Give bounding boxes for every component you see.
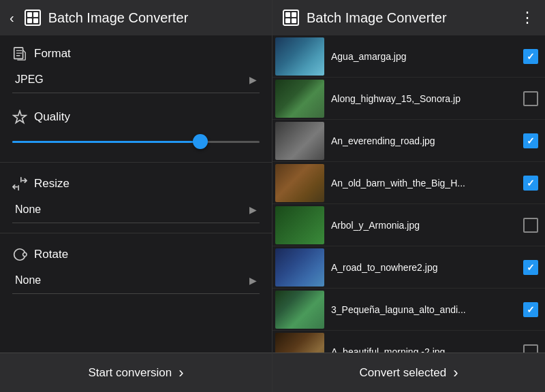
file-checkbox[interactable] bbox=[523, 49, 538, 64]
slider-fill bbox=[12, 141, 198, 143]
list-item[interactable]: Agua_amarga.jpg bbox=[272, 35, 545, 78]
file-thumbnail bbox=[275, 80, 324, 118]
list-item[interactable]: A_road_to_nowhere2.jpg bbox=[272, 246, 545, 289]
file-list: Agua_amarga.jpgAlong_highway_15,_Sonora.… bbox=[272, 35, 545, 353]
file-checkbox[interactable] bbox=[523, 91, 538, 106]
convert-selected-arrow: › bbox=[453, 364, 458, 382]
divider-2 bbox=[0, 233, 272, 233]
resize-icon bbox=[12, 176, 27, 191]
format-dropdown[interactable]: JPEG ▶ bbox=[12, 69, 260, 93]
slider-track bbox=[12, 141, 260, 143]
rotate-label: Rotate bbox=[12, 247, 260, 262]
file-thumbnail bbox=[275, 122, 324, 160]
quality-label: Quality bbox=[12, 110, 260, 125]
resize-dropdown[interactable]: None ▶ bbox=[12, 199, 260, 223]
left-content: Format JPEG ▶ Quality bbox=[0, 35, 272, 353]
file-checkbox[interactable] bbox=[523, 260, 538, 275]
convert-selected-button[interactable]: Convert selected › bbox=[272, 353, 545, 392]
quality-section-label: Quality bbox=[34, 110, 70, 124]
resize-section-label: Resize bbox=[34, 177, 69, 191]
list-item[interactable]: An_everending_road.jpg bbox=[272, 120, 545, 162]
quality-slider[interactable] bbox=[12, 135, 260, 152]
rotate-dropdown-arrow: ▶ bbox=[249, 275, 257, 286]
format-icon bbox=[12, 46, 27, 61]
slider-thumb[interactable] bbox=[193, 134, 208, 149]
right-app-icon bbox=[282, 9, 300, 27]
file-name: 3_Pequeña_laguna_alto_andi... bbox=[331, 304, 516, 315]
file-name: Agua_amarga.jpg bbox=[331, 51, 516, 62]
rotate-section-label: Rotate bbox=[34, 248, 68, 261]
app-icon bbox=[24, 9, 42, 27]
right-header: Batch Image Converter ⋮ bbox=[272, 0, 545, 35]
svg-point-6 bbox=[23, 252, 27, 257]
list-item[interactable]: An_old_barn_with_the_Big_H... bbox=[272, 162, 545, 204]
file-thumbnail bbox=[275, 164, 324, 202]
divider-1 bbox=[0, 162, 272, 163]
convert-selected-label: Convert selected bbox=[360, 366, 447, 380]
left-header: ‹ Batch Image Converter bbox=[0, 0, 272, 35]
file-checkbox[interactable] bbox=[523, 218, 538, 233]
left-header-title: Batch Image Converter bbox=[48, 10, 189, 26]
file-checkbox[interactable] bbox=[523, 344, 538, 353]
resize-section: Resize None ▶ bbox=[0, 165, 272, 230]
svg-rect-3 bbox=[27, 18, 32, 23]
resize-dropdown-arrow: ▶ bbox=[249, 204, 257, 215]
format-value: JPEG bbox=[15, 74, 44, 86]
file-checkbox[interactable] bbox=[523, 133, 538, 148]
resize-value: None bbox=[15, 203, 41, 216]
file-name: Along_highway_15,_Sonora.jp bbox=[331, 93, 516, 104]
list-item[interactable]: 3_Pequeña_laguna_alto_andi... bbox=[272, 289, 545, 331]
file-thumbnail bbox=[275, 248, 324, 287]
file-thumbnail bbox=[275, 206, 324, 244]
rotate-dropdown[interactable]: None ▶ bbox=[12, 270, 260, 294]
list-item[interactable]: Along_highway_15,_Sonora.jp bbox=[272, 78, 545, 120]
list-item[interactable]: A_beautiful_morning.-2.jpg bbox=[272, 331, 545, 353]
svg-rect-11 bbox=[292, 18, 296, 23]
file-name: Arbol_y_Armonia.jpg bbox=[331, 220, 516, 231]
svg-rect-8 bbox=[285, 12, 290, 17]
file-checkbox[interactable] bbox=[523, 302, 538, 317]
svg-rect-9 bbox=[292, 12, 296, 17]
start-conversion-arrow: › bbox=[178, 364, 183, 382]
rotate-value: None bbox=[15, 274, 41, 287]
right-panel: Batch Image Converter ⋮ Agua_amarga.jpgA… bbox=[272, 0, 545, 392]
svg-rect-2 bbox=[33, 12, 38, 17]
list-item[interactable]: Arbol_y_Armonia.jpg bbox=[272, 204, 545, 246]
format-dropdown-arrow: ▶ bbox=[249, 74, 257, 85]
quality-section: Quality bbox=[0, 100, 272, 159]
file-name: A_road_to_nowhere2.jpg bbox=[331, 262, 516, 273]
resize-label: Resize bbox=[12, 176, 260, 191]
file-name: An_everending_road.jpg bbox=[331, 135, 516, 146]
right-header-title: Batch Image Converter bbox=[307, 10, 447, 26]
quality-icon bbox=[12, 110, 27, 125]
rotate-section: Rotate None ▶ bbox=[0, 236, 272, 301]
file-thumbnail bbox=[275, 333, 324, 353]
format-label: Format bbox=[12, 46, 260, 61]
file-name: An_old_barn_with_the_Big_H... bbox=[331, 178, 516, 189]
start-conversion-label: Start conversion bbox=[88, 366, 172, 380]
menu-button[interactable]: ⋮ bbox=[520, 9, 535, 27]
file-name: A_beautiful_morning.-2.jpg bbox=[331, 346, 516, 353]
right-header-left: Batch Image Converter bbox=[282, 9, 447, 27]
svg-rect-4 bbox=[33, 18, 38, 23]
file-thumbnail bbox=[275, 291, 324, 329]
svg-rect-1 bbox=[27, 12, 32, 17]
file-checkbox[interactable] bbox=[523, 176, 538, 191]
format-section: Format JPEG ▶ bbox=[0, 35, 272, 100]
back-button[interactable]: ‹ bbox=[10, 10, 14, 26]
start-conversion-button[interactable]: Start conversion › bbox=[0, 353, 272, 392]
rotate-icon bbox=[12, 247, 27, 262]
left-panel: ‹ Batch Image Converter Format JPEG ▶ bbox=[0, 0, 272, 392]
file-thumbnail bbox=[275, 37, 324, 76]
svg-rect-10 bbox=[285, 18, 290, 23]
format-section-label: Format bbox=[34, 47, 71, 61]
